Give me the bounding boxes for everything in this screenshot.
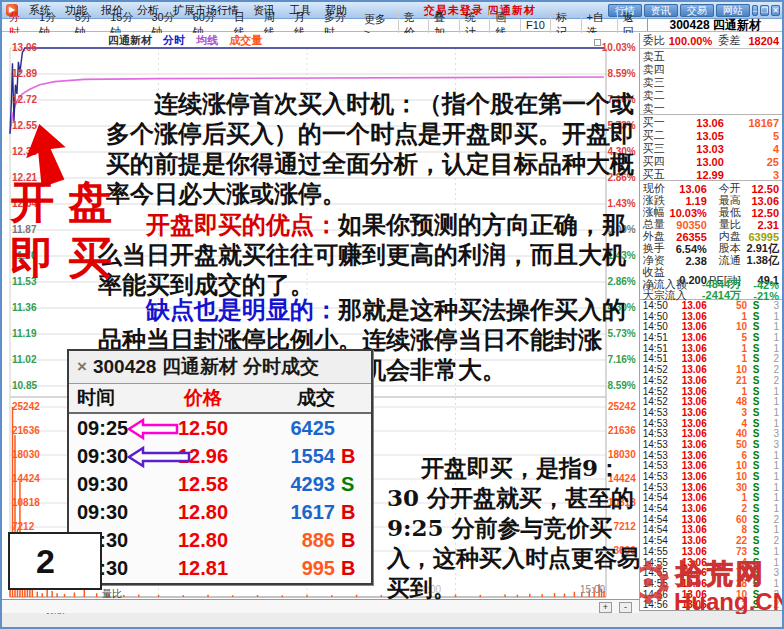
app-button-网站[interactable]: 网站 <box>716 4 750 17</box>
tick-row: 14:5013.0650S3 <box>640 300 782 311</box>
tool-buttons: 竞价叠加统计画线F10标记+自选返回 <box>398 19 648 31</box>
trade-volume: 995 <box>251 557 341 580</box>
tick-flag: S <box>749 439 763 450</box>
tick-row: 14:5313.0650S3 <box>640 439 782 450</box>
app-button-资讯[interactable]: 资讯 <box>644 4 678 17</box>
tick-flag: S <box>749 557 763 568</box>
tool-F10[interactable]: F10 <box>520 19 550 31</box>
money-flow-rows: 净流入额-4844万-42%大宗流入-2414万-21% <box>640 277 782 299</box>
table-row: 09:3012.584293S <box>69 470 371 498</box>
buy-price: 13.06 <box>669 117 724 129</box>
table-row: 09:3012.961554B <box>69 442 371 470</box>
tick-row: 14:5213.061S1 <box>640 386 782 397</box>
trade-time: 09:30 <box>69 501 155 524</box>
tick-price: 13.06 <box>671 439 707 450</box>
table-row: 09:2512.506425 <box>69 414 371 442</box>
legend-avg-line[interactable]: 均线 <box>196 34 218 46</box>
intraday-trades-overlay[interactable]: × 300428 四通新材 分时成交 时间价格成交 09:2512.506425… <box>67 349 373 585</box>
tick-flag: S <box>749 428 763 439</box>
zoom-out-button[interactable]: - <box>619 602 632 613</box>
legend-volume[interactable]: 成交量 <box>229 34 262 46</box>
tick-price: 13.06 <box>671 375 707 386</box>
tick-volume: 10 <box>707 471 749 482</box>
tick-flag: S <box>749 332 763 343</box>
tick-count: 2 <box>763 375 779 386</box>
tick-volume: 10 <box>707 589 749 600</box>
overlay-title-bar[interactable]: × 300428 四通新材 分时成交 <box>69 351 371 384</box>
tick-time: 14:55 <box>643 546 671 557</box>
table-row: 09:3012.801617B <box>69 498 371 526</box>
tick-row: 14:5613.0610S2 <box>640 589 782 600</box>
tick-row: 14:5313.064S1 <box>640 418 782 429</box>
overlay-title-suffix: 分时成交 <box>243 354 319 380</box>
tick-flag: S <box>749 460 763 471</box>
info-value: 12.50 <box>741 183 779 195</box>
tick-volume: 3 <box>707 407 749 418</box>
tick-price: 13.06 <box>671 396 707 407</box>
trade-flag: B <box>341 501 371 524</box>
info-value: 26355 <box>669 231 707 243</box>
tick-flag: S <box>749 311 763 322</box>
tick-row: 14:5213.0621S2 <box>640 375 782 386</box>
buy-row: 买四13.0025 <box>640 154 782 167</box>
tick-list[interactable]: 14:5013.0650S314:5013.061S114:5013.0610S… <box>640 299 782 614</box>
table-row: 09:3012.81995B <box>69 554 371 582</box>
tick-count: 2 <box>763 353 779 364</box>
info-value: 90350 <box>669 219 707 231</box>
close-button[interactable]: ✕ <box>771 5 780 16</box>
buy-row: 买五12.993 <box>640 167 782 180</box>
info-value: 2.38 <box>669 255 707 267</box>
tick-count: 3 <box>763 439 779 450</box>
buy-row: 买一13.0618167 <box>640 115 782 128</box>
buy-price: 13.03 <box>669 143 724 155</box>
tick-flag: S <box>749 375 763 386</box>
tick-count: 1 <box>763 460 779 471</box>
tick-volume: 4 <box>707 557 749 568</box>
close-icon[interactable]: × <box>69 357 93 377</box>
trade-price: 12.81 <box>155 557 251 580</box>
annotation-paragraph-1: 连续涨停首次买入时机：（指个股在第一个或多个涨停后买入）的一个时点是开盘即买。开… <box>106 89 639 209</box>
trade-volume: 4293 <box>251 473 341 496</box>
window-controls: –❐✕ <box>750 3 780 17</box>
app-button-交易[interactable]: 交易 <box>680 4 714 17</box>
volume-axis-label: 25242 <box>12 401 40 412</box>
tick-count: 1 <box>763 492 779 503</box>
zoom-in-button[interactable]: + <box>599 602 612 613</box>
chart-corner-icon[interactable] <box>594 39 601 46</box>
info-value: 1.38亿 <box>741 253 779 268</box>
tick-time: 14:53 <box>643 428 671 439</box>
overlay-header-1: 时间 <box>69 385 155 411</box>
quote-info-row: 涨幅10.03%最低12.50 <box>640 205 782 217</box>
trade-flag: B <box>341 445 371 468</box>
restore-button[interactable]: ❐ <box>760 5 769 16</box>
tick-count: 1 <box>763 321 779 332</box>
trade-price: 12.80 <box>155 501 251 524</box>
tick-volume: 72 <box>707 567 749 578</box>
tick-flag: S <box>749 524 763 535</box>
tick-count: 1 <box>763 524 779 535</box>
tick-time: 14:53 <box>643 450 671 461</box>
tick-flag: S <box>749 471 763 482</box>
tick-time: 14:52 <box>643 386 671 397</box>
tick-flag: S <box>749 364 763 375</box>
overlay-header-2: 价格 <box>155 385 251 411</box>
legend-period[interactable]: 分时 <box>163 34 185 46</box>
chart-legend: 四通新材 分时 均线 成交量 <box>108 33 270 48</box>
trade-price: 12.80 <box>155 529 251 552</box>
tick-price: 13.06 <box>671 450 707 461</box>
tick-price: 13.06 <box>671 353 707 364</box>
price-axis-label: 11.36 <box>12 302 36 313</box>
tick-time: 14:55 <box>643 557 671 568</box>
tick-volume: 22 <box>707 535 749 546</box>
overlay-column-headers: 时间价格成交 <box>69 384 371 414</box>
minimize-button[interactable]: – <box>752 5 758 16</box>
buy-price: 13.00 <box>669 156 724 168</box>
tick-row: 14:5513.0628S1 <box>640 578 782 589</box>
info-value: 13.06 <box>669 183 707 195</box>
buy-label: 买五 <box>643 167 669 182</box>
buy-volume: 4 <box>724 143 779 155</box>
tick-row: 14:5413.062S1 <box>640 503 782 514</box>
tick-price: 13.06 <box>671 418 707 429</box>
tick-flag: S <box>749 343 763 354</box>
tick-time: 14:51 <box>643 332 671 343</box>
